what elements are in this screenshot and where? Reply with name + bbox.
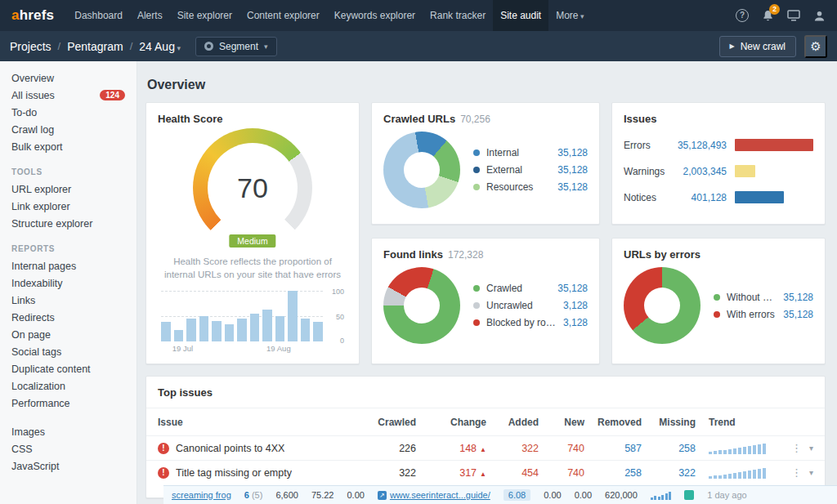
segment-button[interactable]: Segment ▾ (195, 37, 277, 56)
new-value[interactable]: 740 (539, 467, 584, 479)
segment-label: Segment (219, 41, 258, 52)
issue-type-count[interactable]: 401,128 (669, 192, 727, 203)
sidebar-item-on-page[interactable]: On page (0, 326, 137, 343)
added-value[interactable]: 454 (486, 467, 539, 479)
sidebar-item-social-tags[interactable]: Social tags (0, 343, 137, 360)
sidebar-item-link-explorer[interactable]: Link explorer (0, 198, 137, 215)
footer-url: ↗www.seerinteract...guide/ (378, 490, 490, 500)
sidebar-item-indexability[interactable]: Indexability (0, 274, 137, 292)
nav-item-keywords-explorer[interactable]: Keywords explorer (327, 0, 423, 31)
column-header-removed[interactable]: Removed (584, 417, 642, 428)
sidebar-item-label: Indexability (11, 278, 63, 289)
legend-value[interactable]: 35,128 (783, 309, 813, 320)
sidebar-item-links[interactable]: Links (0, 292, 137, 309)
nav-item-more[interactable]: More ▾ (548, 0, 591, 31)
sidebar-item-label: Overview (11, 73, 54, 84)
nav-item-dashboard[interactable]: Dashboard (67, 0, 130, 31)
sidebar-item-to-do[interactable]: To-do (0, 104, 137, 121)
history-bar (161, 322, 171, 341)
sidebar-item-label: To-do (11, 107, 37, 118)
column-header-new[interactable]: New (539, 417, 584, 428)
cards-grid: Crawled URLs70,256 Internal35,128Externa… (145, 102, 826, 364)
footer-keyword-link[interactable]: screaming frog (172, 490, 231, 500)
removed-value[interactable]: 258 (584, 467, 642, 479)
monitor-icon[interactable] (787, 10, 800, 21)
breadcrumb-item-projects[interactable]: Projects (10, 40, 51, 53)
column-header-added[interactable]: Added (486, 417, 539, 428)
legend-value[interactable]: 35,128 (557, 181, 588, 193)
breadcrumb-item-pentagram[interactable]: Pentagram (67, 40, 123, 53)
sidebar-item-crawl-log[interactable]: Crawl log (0, 121, 137, 138)
nav-item-site-audit[interactable]: Site audit (493, 0, 548, 31)
added-value[interactable]: 322 (486, 443, 539, 454)
notification-count-badge: 2 (769, 4, 780, 15)
top-issues-row[interactable]: !Canonical points to 4XX226148▲322740587… (146, 435, 825, 460)
column-header-trend[interactable]: Trend (696, 417, 777, 428)
column-header-issue[interactable]: Issue (158, 417, 365, 428)
column-header-missing[interactable]: Missing (642, 417, 696, 428)
user-icon[interactable] (813, 10, 826, 22)
nav-item-content-explorer[interactable]: Content explorer (239, 0, 327, 31)
legend-value[interactable]: 35,128 (557, 164, 588, 176)
column-header-change[interactable]: Change (416, 417, 486, 428)
legend-value[interactable]: 35,128 (783, 292, 813, 303)
new-crawl-button[interactable]: ▶ New crawl (719, 36, 797, 57)
top-issues-row[interactable]: !Title tag missing or empty322317▲454740… (146, 460, 825, 484)
sidebar-item-performance[interactable]: Performance (0, 395, 137, 412)
missing-value[interactable]: 258 (642, 443, 696, 454)
sidebar-item-label: All issues (11, 90, 55, 101)
nav-item-rank-tracker[interactable]: Rank tracker (423, 0, 493, 31)
new-value[interactable]: 740 (539, 443, 584, 454)
chevron-down-icon: ▾ (579, 12, 584, 20)
sidebar-item-images[interactable]: Images (0, 423, 137, 440)
legend-value[interactable]: 3,128 (563, 317, 588, 328)
legend-item-blocked-by-robots-txt: Blocked by robots.txt3,128 (473, 317, 588, 328)
footer-url-link[interactable]: www.seerinteract...guide/ (390, 490, 490, 500)
y-tick: 0 (340, 337, 344, 345)
trend-sparkline (696, 442, 777, 454)
notifications-bell[interactable]: 2 (762, 9, 774, 22)
issue-type-label: Notices (624, 192, 669, 203)
toolbar-app-icon[interactable] (684, 490, 694, 500)
issue-name[interactable]: Title tag missing or empty (176, 467, 292, 479)
legend-item-internal: Internal35,128 (473, 147, 588, 158)
legend-value[interactable]: 3,128 (563, 300, 588, 311)
sidebar-item-css[interactable]: CSS (0, 440, 137, 457)
legend-value[interactable]: 35,128 (557, 147, 588, 158)
settings-gear-button[interactable]: ⚙ (804, 35, 827, 58)
sidebar-item-url-explorer[interactable]: URL explorer (0, 181, 137, 198)
sidebar-item-internal-pages[interactable]: Internal pages (0, 257, 137, 274)
help-icon[interactable]: ? (736, 9, 749, 22)
sidebar-item-bulk-export[interactable]: Bulk export (0, 138, 137, 155)
ahrefs-logo[interactable]: ahrefs (11, 7, 54, 24)
sidebar-item-localization[interactable]: Localization (0, 377, 137, 395)
legend-value[interactable]: 35,128 (557, 283, 588, 294)
sidebar-item-duplicate-content[interactable]: Duplicate content (0, 360, 137, 377)
nav-item-alerts[interactable]: Alerts (130, 0, 170, 31)
nav-item-site-explorer[interactable]: Site explorer (170, 0, 239, 31)
footer-metric-5: 0.00 (575, 490, 592, 500)
issue-name[interactable]: Canonical points to 4XX (176, 443, 284, 454)
urls-by-errors-card: URLs by errors Without errors35,128With … (611, 238, 826, 364)
breadcrumb-item-24-aug[interactable]: 24 Aug ▾ (139, 40, 181, 53)
column-header-crawled[interactable]: Crawled (365, 417, 416, 428)
sidebar-item-structure-explorer[interactable]: Structure explorer (0, 215, 137, 232)
sidebar-item-redirects[interactable]: Redirects (0, 309, 137, 326)
kebab-menu-icon[interactable]: ⋮ (791, 466, 802, 479)
sidebar-item-all-issues[interactable]: All issues124 (0, 87, 137, 104)
sidebar-item-javascript[interactable]: JavaScript (0, 457, 137, 475)
sidebar-item-label: JavaScript (11, 461, 59, 472)
issue-type-count[interactable]: 2,003,345 (669, 166, 727, 177)
kebab-menu-icon[interactable]: ⋮ (791, 442, 802, 454)
issue-type-count[interactable]: 35,128,493 (669, 140, 727, 151)
sidebar-item-overview[interactable]: Overview (0, 69, 137, 87)
change-value: 148▲ (416, 443, 486, 454)
missing-value[interactable]: 322 (642, 467, 696, 479)
removed-value[interactable]: 587 (584, 443, 642, 454)
legend-dot (473, 319, 480, 326)
chevron-down-icon[interactable]: ▾ (809, 468, 813, 477)
x-label: 19 Aug (266, 344, 291, 353)
breadcrumb: Projects/Pentagram/24 Aug ▾ (10, 40, 181, 53)
legend-label: Internal (486, 147, 551, 158)
chevron-down-icon[interactable]: ▾ (809, 444, 813, 453)
